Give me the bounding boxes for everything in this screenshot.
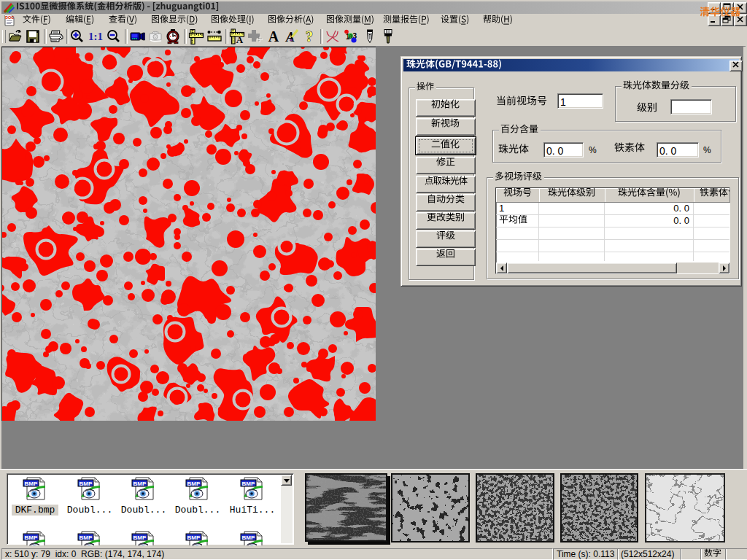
svg-text:1:1: 1:1 <box>88 31 103 42</box>
svg-text:DOC: DOC <box>5 15 14 20</box>
svg-text:A: A <box>236 34 244 44</box>
svg-text:?: ? <box>306 28 313 44</box>
svg-text:A: A <box>285 30 295 44</box>
svg-text:A: A <box>268 28 279 44</box>
